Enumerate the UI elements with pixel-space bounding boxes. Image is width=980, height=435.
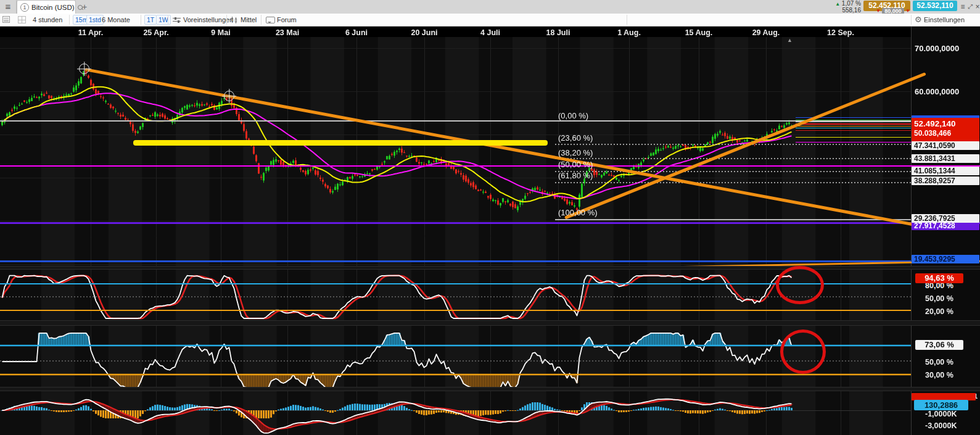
presets-sliders-icon[interactable] bbox=[173, 17, 181, 23]
panel-separator[interactable] bbox=[0, 387, 980, 391]
x-axis-label: 25 Apr. bbox=[143, 28, 168, 37]
x-axis-label: 1 Aug. bbox=[617, 28, 641, 37]
timeframe-chip-1w[interactable]: 1W bbox=[156, 15, 171, 25]
settings-gear-icon[interactable]: ⚙ bbox=[915, 14, 922, 26]
macd-value-badge: 130,2886 bbox=[914, 400, 968, 410]
magenta-support-line[interactable] bbox=[0, 165, 980, 167]
timeframe-chip-1t[interactable]: 1T bbox=[144, 15, 157, 25]
scroll-position-marker[interactable]: ▲ bbox=[787, 37, 793, 43]
layout-grid-icon[interactable] bbox=[18, 16, 26, 23]
leader-line bbox=[796, 126, 911, 126]
add-tab-button[interactable]: + bbox=[79, 1, 90, 12]
widget-close-icon[interactable]: × bbox=[973, 0, 980, 14]
purple-support-line[interactable] bbox=[0, 222, 980, 224]
fib-label-618: (61,80 %) bbox=[558, 171, 593, 180]
leader-line bbox=[796, 123, 911, 125]
x-axis-label: 20 Juni bbox=[411, 28, 437, 37]
mean-button[interactable]: Mittel bbox=[241, 14, 257, 26]
chart-toolbar: 4 stunden 15m 1std 6 Monate 1T 1W Vorein… bbox=[0, 14, 980, 27]
last-price-badge: 52.492,140 bbox=[912, 118, 979, 130]
price-chart-canvas[interactable] bbox=[0, 37, 911, 435]
range-selector[interactable]: 6 Monate bbox=[102, 14, 130, 26]
blue-support-line[interactable] bbox=[0, 260, 911, 262]
panel-separator[interactable] bbox=[0, 266, 980, 270]
x-axis-label: 6 Juni bbox=[345, 28, 368, 37]
fib-382-badge: 43.881,3431 bbox=[912, 154, 979, 163]
yellow-support-bar[interactable] bbox=[133, 140, 548, 146]
fib-500-badge: 41.085,1344 bbox=[912, 167, 979, 175]
down-triangle-icon: ▼ bbox=[876, 8, 881, 14]
forum-bubble-icon[interactable] bbox=[266, 17, 275, 23]
macd-level-m1: -1,0000K bbox=[925, 410, 957, 418]
stoch-level-50: 50,00 % bbox=[925, 294, 953, 303]
y-axis-tick: 70.000,0000 bbox=[915, 44, 959, 53]
fib-236-badge: 47.341,0590 bbox=[912, 141, 979, 150]
trendline-anchor-marker[interactable] bbox=[79, 64, 89, 74]
leader-line bbox=[796, 130, 911, 131]
purple-level-badge: 27.917,4528 bbox=[912, 222, 979, 230]
mean-candles-icon[interactable] bbox=[231, 17, 238, 23]
leader-line bbox=[796, 128, 911, 128]
app-menu-icon[interactable]: ≡ bbox=[0, 0, 17, 14]
y-axis-tick: 60.000,0000 bbox=[915, 87, 959, 96]
list-view-icon[interactable] bbox=[2, 16, 10, 23]
change-block: ▲ 1,07 % 558,16 bbox=[835, 1, 861, 14]
x-axis-label: 11 Apr. bbox=[78, 28, 104, 37]
tab-title: Bitcoin (USD) bbox=[31, 4, 75, 11]
tab-bitcoin-usd[interactable]: 1 Bitcoin (USD) bbox=[17, 0, 76, 14]
fib-label-1000: (100,00 %) bbox=[558, 208, 598, 217]
up-triangle-icon: ▲ bbox=[835, 1, 840, 7]
tab-number-badge: 1 bbox=[20, 3, 29, 12]
fib-label-500: (50,00 %) bbox=[558, 160, 593, 169]
x-axis-label: 9 Mai bbox=[211, 28, 230, 37]
fib-label-382: (38,20 %) bbox=[558, 148, 593, 157]
interval-selector[interactable]: 4 stunden bbox=[33, 14, 62, 26]
x-axis-label: 4 Juli bbox=[480, 28, 500, 37]
panel-separator[interactable] bbox=[0, 320, 980, 326]
trading-chart-widget: ≡ 1 Bitcoin (USD) + ▲ 1,07 % 558,16 52.4… bbox=[0, 0, 980, 435]
change-percent: 1,07 % bbox=[842, 0, 861, 7]
rsi-level-50: 50,00 % bbox=[925, 358, 953, 367]
change-absolute: 558,16 bbox=[835, 7, 861, 14]
ask-badge[interactable]: 52.532,110 bbox=[913, 1, 957, 11]
x-axis-label: 12 Sep. bbox=[827, 28, 854, 37]
bid-price-badge: 50.038,466 bbox=[912, 130, 979, 138]
macd-level-m3: -3,0000K bbox=[925, 421, 957, 430]
fib-1000-badge: 29.236,7925 bbox=[912, 214, 979, 223]
x-axis-label: 23 Mai bbox=[276, 28, 299, 37]
rsi-value-badge: 73,06 % bbox=[915, 340, 963, 350]
timeframe-chip-1std[interactable]: 1std bbox=[86, 15, 104, 25]
stoch-value-badge: 94,63 % bbox=[915, 273, 963, 283]
leader-line bbox=[796, 137, 911, 138]
leader-line bbox=[796, 142, 911, 143]
rsi-level-30: 30,00 % bbox=[925, 371, 953, 379]
down-triangle-icon: ▼ bbox=[905, 8, 910, 14]
x-axis-label: 15 Aug. bbox=[685, 28, 713, 37]
title-bar: ≡ 1 Bitcoin (USD) + ▲ 1,07 % 558,16 52.4… bbox=[0, 0, 980, 14]
x-axis-label: 18 Juli bbox=[546, 28, 570, 37]
fib-label-236: (23,60 %) bbox=[558, 133, 593, 143]
leader-line bbox=[796, 122, 911, 122]
x-axis-label: 29 Aug. bbox=[752, 28, 780, 37]
blue-level-badge: 19.453,9295 bbox=[912, 255, 979, 263]
highlight-circle-stoch[interactable] bbox=[776, 266, 824, 304]
breakdown-hline[interactable] bbox=[0, 120, 911, 122]
forum-button[interactable]: Forum bbox=[277, 14, 297, 26]
fib-618-badge: 38.288,9257 bbox=[912, 176, 979, 185]
stoch-level-20: 20,00 % bbox=[925, 307, 953, 316]
trendline-anchor-marker[interactable] bbox=[224, 91, 234, 101]
highlight-circle-rsi[interactable] bbox=[780, 329, 826, 374]
fib-label-0: (0,00 %) bbox=[558, 111, 588, 120]
settings-button[interactable]: Einstellungen bbox=[924, 14, 965, 26]
